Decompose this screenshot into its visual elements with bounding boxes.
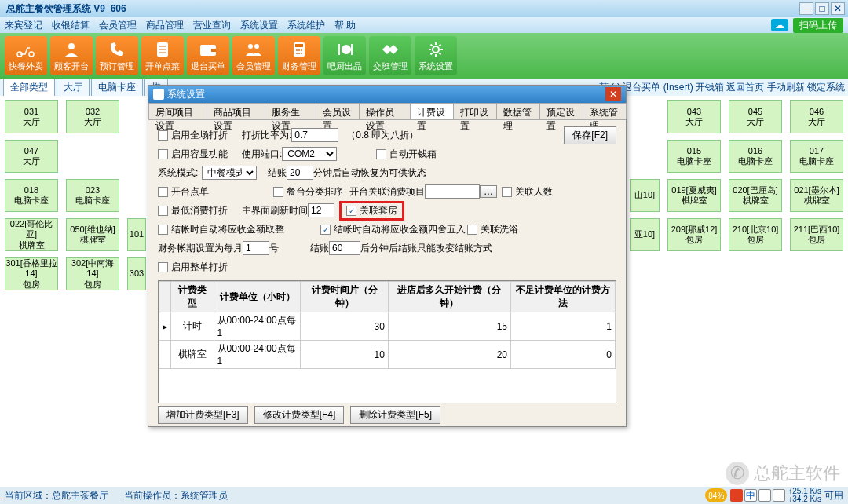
table-row[interactable]: ▸计时从00:00-24:00点每130151: [159, 312, 616, 341]
gear-icon: [424, 39, 448, 60]
desk-tile[interactable]: 209[那威12]包房: [667, 218, 721, 251]
checkbox-full-discount[interactable]: [158, 130, 168, 141]
checkout-mins2-input[interactable]: [329, 241, 360, 255]
save-button[interactable]: 保存[F2]: [564, 126, 616, 144]
scan-upload-button[interactable]: 扫码上传: [793, 18, 843, 33]
tool-settings[interactable]: 系统设置: [415, 36, 457, 75]
menu-item[interactable]: 营业查询: [193, 19, 231, 32]
dialog-titlebar[interactable]: 系统设置 ✕: [148, 86, 626, 103]
dialog-close-button[interactable]: ✕: [605, 87, 621, 101]
desk-tile[interactable]: 045大厅: [729, 100, 782, 133]
svg-point-18: [301, 53, 302, 54]
checkbox-link-people[interactable]: [502, 187, 512, 197]
checkbox-link-bath[interactable]: [467, 225, 477, 235]
menu-item[interactable]: 系统维护: [287, 19, 325, 32]
desk-tile[interactable]: 015电脑卡座: [667, 140, 721, 173]
desk-tile[interactable]: 046大厅: [790, 100, 843, 133]
cloud-icon[interactable]: ☁: [771, 19, 788, 31]
checkbox-round-half[interactable]: [320, 225, 331, 235]
checkbox-display[interactable]: [158, 149, 168, 159]
desk-tile[interactable]: 016电脑卡座: [729, 140, 782, 173]
tab-reserve[interactable]: 预定设置: [539, 103, 583, 119]
tray-icon[interactable]: [730, 489, 743, 502]
checkbox-round-total[interactable]: [158, 225, 168, 235]
tool-shift[interactable]: 交班管理: [369, 36, 411, 75]
tray-icon[interactable]: [773, 489, 785, 502]
tool-kitchen[interactable]: 吧厨出品: [323, 36, 366, 75]
tab-room[interactable]: 房间项目设置: [148, 103, 207, 119]
tab-system[interactable]: 系统管理: [583, 103, 627, 119]
desk-tile[interactable]: 047大厅: [5, 140, 58, 173]
maximize-button[interactable]: □: [815, 2, 829, 15]
billing-type-grid[interactable]: 计费类型 计费单位（小时） 计费时间片（分钟） 进店后多久开始计费（分钟） 不足…: [158, 280, 616, 403]
mode-select[interactable]: 中餐模式: [202, 166, 257, 180]
delete-billing-button[interactable]: 删除计费类型[F5]: [350, 406, 440, 424]
desk-tile[interactable]: 018电脑卡座: [5, 179, 58, 212]
desk-tile[interactable]: 043大厅: [667, 100, 721, 133]
linked-item-input[interactable]: [425, 184, 480, 199]
desk-tile[interactable]: 050[维也纳]棋牌室: [66, 218, 119, 251]
checkbox-link-suite[interactable]: [346, 206, 356, 216]
tool-fastfood[interactable]: 快餐外卖: [5, 36, 47, 75]
svg-point-2: [68, 43, 75, 49]
menu-item[interactable]: 来宾登记: [5, 19, 42, 32]
tab-product[interactable]: 商品项目设置: [207, 103, 265, 119]
desk-tile[interactable]: 020[巴厘岛]棋牌室: [729, 179, 782, 212]
edit-billing-button[interactable]: 修改计费类型[F4]: [254, 406, 345, 424]
desk-tile[interactable]: 210[北京10]包房: [729, 218, 782, 251]
desk-tile[interactable]: 021[墨尔本]棋牌室: [790, 179, 843, 212]
svg-point-10: [254, 44, 259, 49]
desk-tile[interactable]: 211[巴西10]包房: [790, 218, 843, 251]
port-select[interactable]: COM2: [282, 147, 337, 161]
link-suite-highlight: 关联套房: [339, 201, 404, 221]
close-button[interactable]: ✕: [831, 2, 845, 15]
checkout-mins-input[interactable]: [287, 166, 313, 180]
minimize-button[interactable]: —: [799, 2, 813, 15]
discount-rate-input[interactable]: [291, 128, 338, 142]
desk-tile[interactable]: 101: [127, 218, 146, 251]
tool-checkout[interactable]: 退台买单: [187, 36, 229, 75]
menu-item[interactable]: 帮 助: [334, 19, 356, 32]
desk-tile[interactable]: 017电脑卡座: [790, 140, 843, 173]
checkbox-whole-discount[interactable]: [158, 262, 168, 272]
tab-waiter[interactable]: 服务生设置: [265, 103, 316, 119]
tray-icon[interactable]: [758, 489, 771, 502]
desk-tile[interactable]: 032大厅: [66, 100, 119, 133]
ime-icon[interactable]: 中: [744, 489, 757, 502]
tab-data[interactable]: 数据管理: [496, 103, 540, 119]
menu-item[interactable]: 商品管理: [146, 19, 184, 32]
menu-item[interactable]: 系统设置: [240, 19, 278, 32]
tool-member[interactable]: 会员管理: [232, 36, 275, 75]
desk-tile[interactable]: 301[香格里拉14]包房: [5, 257, 58, 290]
tool-open-table[interactable]: 顾客开台: [50, 36, 93, 75]
checkbox-open-order[interactable]: [158, 187, 168, 197]
desk-tile[interactable]: 302[中南海14]包房: [66, 257, 119, 290]
desk-tile[interactable]: 019[夏威夷]棋牌室: [667, 179, 721, 212]
refresh-input[interactable]: [308, 203, 334, 217]
checkbox-min-discount[interactable]: [158, 206, 168, 216]
add-billing-button[interactable]: 增加计费类型[F3]: [158, 406, 248, 424]
checkbox-table-sort[interactable]: [273, 187, 283, 197]
desk-tile[interactable]: 303: [127, 257, 146, 290]
finance-day-input[interactable]: [243, 241, 269, 255]
filter-tab-all[interactable]: 全部类型: [3, 79, 55, 97]
tab-operator[interactable]: 操作员设置: [359, 103, 411, 119]
desk-tile[interactable]: 022[哥伦比亚]棋牌室: [5, 218, 58, 251]
table-row[interactable]: 棋牌室从00:00-24:00点每110200: [159, 341, 616, 369]
tool-order[interactable]: 开单点菜: [141, 36, 184, 75]
desk-tile[interactable]: 亚10]: [630, 218, 660, 251]
tool-finance[interactable]: 财务管理: [278, 36, 320, 75]
menu-item[interactable]: 会员管理: [99, 19, 137, 32]
tab-print[interactable]: 打印设置: [453, 103, 497, 119]
filter-tab-computer[interactable]: 电脑卡座: [91, 79, 143, 97]
menu-item[interactable]: 收银结算: [52, 19, 90, 32]
tab-member[interactable]: 会员设置: [316, 103, 360, 119]
tab-billing[interactable]: 计费设置: [410, 103, 454, 119]
filter-tab-hall[interactable]: 大厅: [57, 79, 90, 97]
desk-tile[interactable]: 023电脑卡座: [66, 179, 119, 212]
linked-item-browse[interactable]: …: [480, 185, 497, 198]
desk-tile[interactable]: 山10]: [630, 179, 660, 212]
checkbox-auto-cashbox[interactable]: [376, 149, 386, 159]
tool-reserve[interactable]: 预订管理: [96, 36, 138, 75]
desk-tile[interactable]: 031大厅: [5, 100, 58, 133]
